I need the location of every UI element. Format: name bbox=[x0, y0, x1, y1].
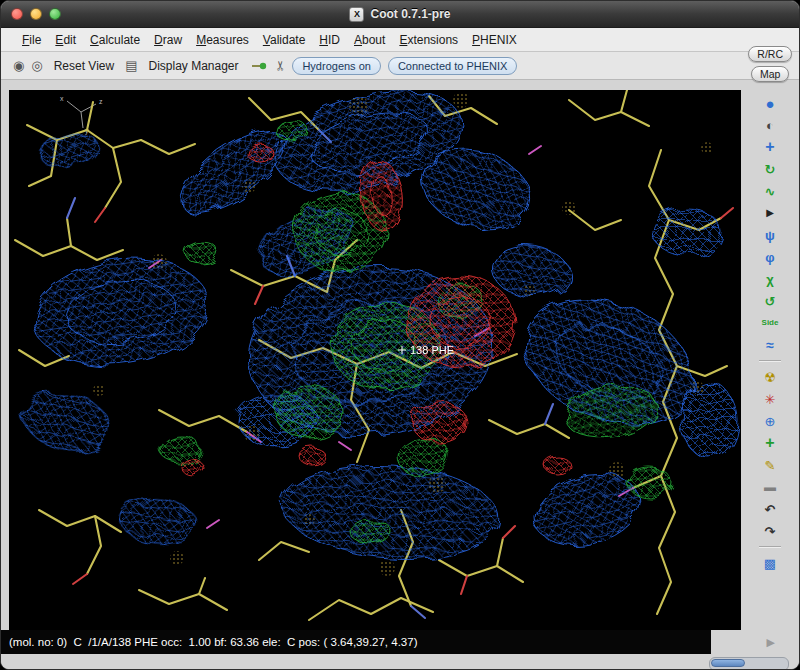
hydrogens-toggle-button[interactable]: Hydrogens on bbox=[292, 57, 381, 75]
add-atom-icon[interactable]: ⊕ bbox=[757, 410, 783, 432]
torsion-icon[interactable]: φ bbox=[757, 246, 783, 268]
brush-icon[interactable]: ✎ bbox=[757, 454, 783, 476]
real-space-refine-icon[interactable]: ↻ bbox=[757, 158, 783, 180]
menu-file[interactable]: File bbox=[15, 31, 48, 49]
svg-text:z: z bbox=[99, 98, 103, 105]
expander-triangle-icon[interactable]: ▶ bbox=[767, 636, 775, 649]
clock-icon[interactable]: ◐ bbox=[757, 114, 783, 136]
toolbar-group-buttons: R/RC Map bbox=[748, 46, 792, 82]
zoom-button[interactable] bbox=[49, 8, 61, 20]
display-manager-button[interactable]: Display Manager bbox=[144, 57, 242, 75]
titlebar[interactable]: X Coot 0.7.1-pre bbox=[1, 1, 799, 28]
target-circle-icon[interactable]: ◎ bbox=[31, 59, 42, 72]
add-terminal-residue-icon[interactable]: ✳ bbox=[757, 388, 783, 410]
menu-draw[interactable]: Draw bbox=[147, 31, 189, 49]
menu-validate[interactable]: Validate bbox=[256, 31, 313, 49]
chi-angles-icon[interactable]: χ bbox=[757, 268, 783, 290]
scissors-icon[interactable]: ✂ bbox=[273, 60, 286, 71]
mini-scrollbar-thumb[interactable] bbox=[711, 659, 745, 667]
status-bar: (mol. no: 0) C /1/A/138 PHE occ: 1.00 bf… bbox=[1, 630, 711, 654]
main-toolbar: ◉ ◎ Reset View ▤ Display Manager ✂ Hydro… bbox=[1, 52, 799, 80]
mini-scrollbar[interactable] bbox=[709, 657, 789, 670]
window-title-text: Coot 0.7.1-pre bbox=[370, 7, 450, 21]
menu-about[interactable]: About bbox=[347, 31, 392, 49]
rotate-zone-icon[interactable]: ↺ bbox=[757, 290, 783, 312]
menu-measures[interactable]: Measures bbox=[189, 31, 256, 49]
measure-distance-icon[interactable] bbox=[250, 59, 268, 73]
record-circle-icon[interactable]: ◉ bbox=[13, 59, 24, 72]
traffic-lights bbox=[11, 1, 61, 27]
display-issues-icon[interactable]: ▩ bbox=[757, 552, 783, 574]
phenix-connection-button[interactable]: Connected to PHENIX bbox=[388, 57, 517, 75]
corner-area: ▶ bbox=[711, 630, 799, 654]
density-scene: x z y bbox=[9, 90, 741, 630]
minimize-button[interactable] bbox=[30, 8, 42, 20]
rotamer-icon[interactable]: ψ bbox=[757, 224, 783, 246]
menubar: File Edit Calculate Draw Measures Valida… bbox=[1, 28, 799, 52]
menu-extensions[interactable]: Extensions bbox=[392, 31, 465, 49]
recentre-icon[interactable]: + bbox=[757, 136, 783, 158]
bottom-frame bbox=[1, 654, 799, 670]
sidechain-flip-icon[interactable]: Side bbox=[757, 312, 783, 334]
menu-phenix[interactable]: PHENIX bbox=[465, 31, 524, 49]
rrc-group-button[interactable]: R/RC bbox=[748, 46, 792, 62]
residue-label: 138 PHE bbox=[410, 344, 454, 356]
play-icon[interactable]: ▶ bbox=[757, 202, 783, 224]
reset-view-button[interactable]: Reset View bbox=[50, 57, 118, 75]
x11-icon: X bbox=[349, 7, 364, 22]
menu-calculate[interactable]: Calculate bbox=[83, 31, 147, 49]
redo-icon[interactable]: ↷ bbox=[757, 520, 783, 542]
map-sphere-icon[interactable]: ● bbox=[757, 92, 783, 114]
menu-edit[interactable]: Edit bbox=[48, 31, 83, 49]
right-toolbar: ● ◐ + ↻ ∿ ▶ ψ φ χ ↺ Side ≈ ☢ ✳ ⊕ + ✎ ▬ ↶… bbox=[741, 90, 799, 630]
jiggle-fit-icon[interactable]: ≈ bbox=[757, 334, 783, 356]
content-row: x z y bbox=[1, 90, 799, 630]
svg-text:x: x bbox=[60, 95, 64, 102]
molecular-viewport[interactable]: x z y bbox=[9, 90, 741, 630]
delete-item-icon[interactable]: ▬ bbox=[757, 476, 783, 498]
undo-icon[interactable]: ↶ bbox=[757, 498, 783, 520]
menu-hid[interactable]: HID bbox=[312, 31, 347, 49]
display-manager-icon: ▤ bbox=[125, 59, 137, 72]
add-alt-conf-icon[interactable]: + bbox=[757, 432, 783, 454]
regularize-icon[interactable]: ∿ bbox=[757, 180, 783, 202]
coot-window: X Coot 0.7.1-pre File Edit Calculate Dra… bbox=[0, 0, 800, 670]
map-group-button[interactable]: Map bbox=[751, 66, 789, 82]
status-text: (mol. no: 0) C /1/A/138 PHE occ: 1.00 bf… bbox=[9, 636, 417, 648]
frame-gap bbox=[1, 80, 799, 90]
mutate-icon[interactable]: ☢ bbox=[757, 366, 783, 388]
status-row: (mol. no: 0) C /1/A/138 PHE occ: 1.00 bf… bbox=[1, 630, 799, 654]
toolbar-separator bbox=[759, 546, 781, 548]
close-button[interactable] bbox=[11, 8, 23, 20]
window-title: X Coot 0.7.1-pre bbox=[349, 7, 450, 22]
toolbar-separator bbox=[759, 360, 781, 362]
